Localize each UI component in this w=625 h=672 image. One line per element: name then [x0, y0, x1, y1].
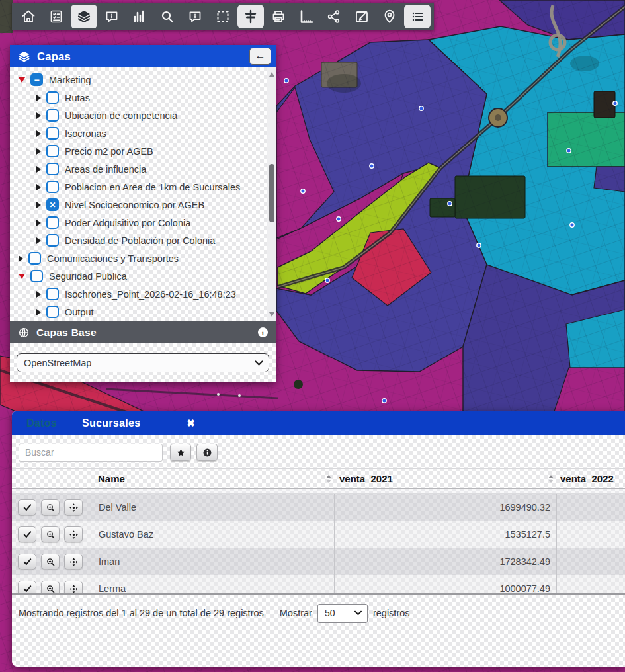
layer-checkbox[interactable]: [46, 306, 59, 318]
layer-tree-item[interactable]: Rutas: [10, 89, 267, 106]
layer-tree-item[interactable]: Seguridad Publica: [10, 267, 267, 285]
layer-tree-item[interactable]: Isocronas: [10, 124, 267, 142]
main-toolbar: [12, 3, 434, 30]
layers-button[interactable]: [71, 5, 97, 28]
layer-checkbox[interactable]: [30, 73, 43, 86]
expander-icon[interactable]: [19, 274, 25, 279]
layer-tree-item[interactable]: Comunicaciones y Transportes: [10, 249, 267, 267]
layer-tree-item[interactable]: Poder Adquisitivo por Colonia: [10, 214, 267, 231]
layer-checkbox[interactable]: [46, 198, 59, 211]
expander-icon[interactable]: [36, 202, 41, 208]
form-checklist-button[interactable]: [43, 5, 69, 28]
pan-to-feature-button[interactable]: [64, 554, 83, 569]
signpost-button[interactable]: [237, 5, 264, 28]
scrollbar-thumb[interactable]: [269, 164, 274, 222]
identify-info-button[interactable]: [182, 5, 208, 28]
column-header-venta-2022[interactable]: venta_2022: [556, 469, 625, 488]
tab-sucursales[interactable]: Sucursales: [82, 417, 140, 429]
expander-icon[interactable]: [36, 220, 41, 226]
layer-tree-item[interactable]: Marketing: [10, 71, 267, 89]
layer-checkbox[interactable]: [46, 216, 59, 229]
home-button[interactable]: [15, 5, 42, 28]
select-row-button[interactable]: [18, 554, 36, 569]
table-row[interactable]: Del Valle 1699490.32: [12, 494, 625, 521]
scroll-down-icon[interactable]: [269, 312, 274, 317]
scroll-up-icon[interactable]: [269, 72, 274, 77]
select-row-button[interactable]: [18, 526, 36, 542]
layer-checkbox[interactable]: [46, 181, 59, 193]
table-row[interactable]: Gustavo Baz 1535127.5: [12, 521, 625, 548]
pan-to-feature-button[interactable]: [64, 526, 83, 542]
layer-tree-item[interactable]: Areas de influencia: [10, 160, 267, 178]
check-icon: [22, 584, 32, 594]
pan-to-feature-button[interactable]: [64, 499, 83, 515]
base-layer-select[interactable]: OpenStreetMap: [17, 353, 269, 372]
column-header-venta-2021[interactable]: venta_2021: [334, 469, 556, 488]
favorite-button[interactable]: [170, 444, 191, 461]
expander-icon[interactable]: [36, 237, 41, 244]
close-icon[interactable]: ✖: [187, 417, 195, 429]
layer-tree-item[interactable]: Isochrones_Point_2026-02-16_16:48:23: [10, 285, 267, 303]
search-input[interactable]: [19, 444, 163, 462]
bar-chart-icon: [132, 9, 147, 24]
expander-icon[interactable]: [36, 148, 41, 155]
location-pin-button[interactable]: [376, 5, 403, 28]
edit-icon: [354, 9, 370, 24]
layer-checkbox[interactable]: [46, 288, 59, 300]
collapse-panel-button[interactable]: ←: [249, 48, 271, 65]
bar-chart-button[interactable]: [126, 5, 153, 28]
pan-to-feature-button[interactable]: [64, 581, 83, 593]
layer-checkbox[interactable]: [46, 109, 59, 122]
print-button[interactable]: [265, 5, 292, 28]
layer-checkbox[interactable]: [46, 91, 59, 104]
layer-tree-item[interactable]: Precio m2 por AGEB: [10, 142, 267, 160]
expander-icon[interactable]: [19, 77, 25, 83]
star-icon: [176, 448, 186, 458]
layer-checkbox[interactable]: [46, 163, 59, 175]
layer-checkbox[interactable]: [30, 270, 43, 282]
zoom-to-feature-button[interactable]: [41, 554, 60, 569]
expander-icon[interactable]: [36, 309, 41, 315]
zoom-to-feature-button[interactable]: [41, 499, 60, 515]
search-button[interactable]: [154, 5, 181, 28]
info-icon[interactable]: i: [258, 327, 268, 337]
layer-tree-item[interactable]: Ubicación de competencia: [10, 106, 267, 124]
zoom-to-feature-button[interactable]: [41, 526, 60, 542]
expander-icon[interactable]: [19, 255, 23, 262]
zoom-to-feature-button[interactable]: [41, 581, 60, 593]
list-button[interactable]: [404, 5, 431, 28]
cell-venta-2021: 1728342.49: [334, 548, 556, 575]
move-icon: [69, 557, 79, 567]
layer-checkbox[interactable]: [46, 145, 59, 157]
layer-tree-item[interactable]: Output: [10, 303, 267, 321]
layer-tree-item[interactable]: Densidad de Población por Colonia: [10, 231, 267, 249]
expander-icon[interactable]: [36, 130, 41, 137]
data-panel-tabbar: Datos Sucursales ✖: [12, 411, 625, 435]
selection-box-button[interactable]: [210, 5, 236, 28]
layer-checkbox[interactable]: [46, 127, 59, 140]
edit-button[interactable]: [349, 5, 375, 28]
select-row-button[interactable]: [18, 581, 36, 593]
expander-icon[interactable]: [36, 291, 41, 298]
page-size-select[interactable]: 50: [317, 604, 368, 623]
expander-icon[interactable]: [36, 166, 41, 173]
comment-info-button[interactable]: [99, 5, 125, 28]
select-row-button[interactable]: [18, 499, 36, 515]
layer-checkbox[interactable]: [46, 234, 59, 247]
expander-icon[interactable]: [36, 95, 41, 101]
sort-icon[interactable]: [326, 475, 331, 483]
layers-scrollbar[interactable]: [267, 67, 276, 321]
table-row[interactable]: Lerma 1000077.49: [12, 575, 625, 593]
expander-icon[interactable]: [36, 184, 41, 190]
layer-tree-item[interactable]: Poblacion en Area de 1km de Sucursales: [10, 178, 267, 196]
table-row[interactable]: Iman 1728342.49: [12, 548, 625, 575]
tab-datos[interactable]: Datos: [26, 417, 57, 429]
table-info-button[interactable]: [196, 444, 218, 461]
expander-icon[interactable]: [36, 112, 41, 119]
layer-checkbox[interactable]: [28, 252, 41, 265]
ruler-button[interactable]: [293, 5, 319, 28]
share-button[interactable]: [321, 5, 347, 28]
column-header-name[interactable]: Name: [93, 469, 334, 488]
layer-tree-item[interactable]: Nivel Socioeconomico por AGEB: [10, 196, 267, 214]
sort-icon[interactable]: [548, 475, 554, 483]
